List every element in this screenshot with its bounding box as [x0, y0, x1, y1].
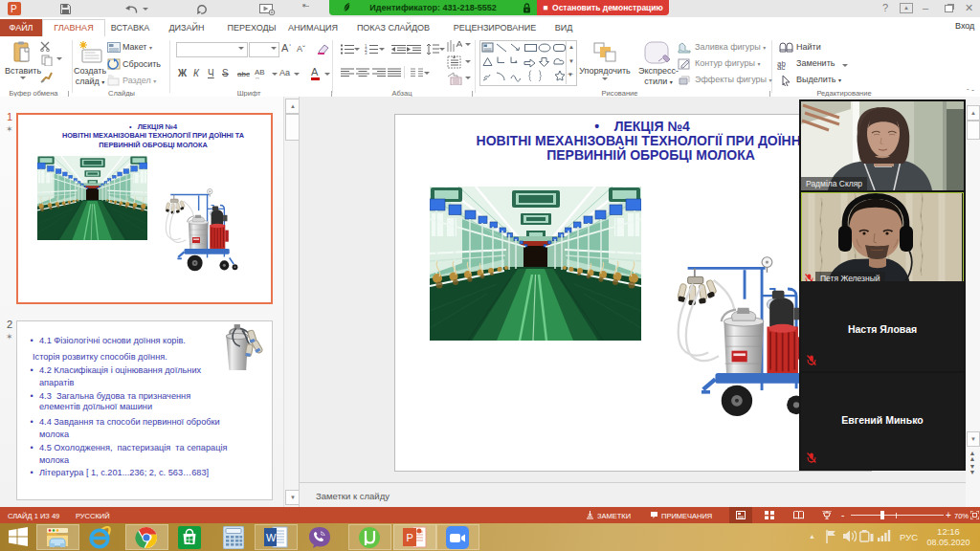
svg-text:P: P	[407, 532, 413, 543]
svg-text:P: P	[11, 4, 17, 14]
svg-text:W: W	[266, 532, 277, 543]
svg-text:3: 3	[365, 51, 368, 55]
